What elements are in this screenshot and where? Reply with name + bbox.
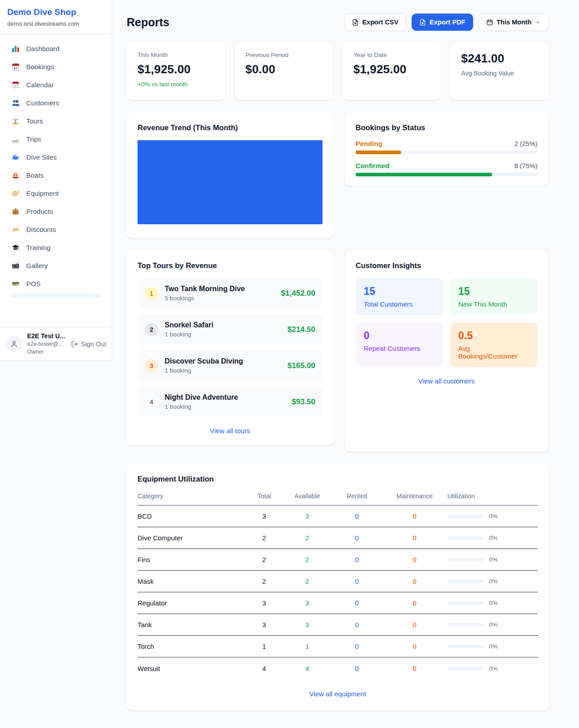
equipment-maintenance: 0 bbox=[382, 556, 447, 563]
tour-revenue: $93.50 bbox=[292, 397, 315, 407]
insight-label: Repeat Customers bbox=[364, 345, 435, 352]
equipment-rented: 0 bbox=[332, 512, 382, 520]
view-all-equipment-link[interactable]: View all equipment bbox=[138, 690, 538, 698]
list-item-tour[interactable]: 4 Night Dive Adventure 1 booking $93.50 bbox=[138, 387, 323, 417]
status-bar-track bbox=[356, 151, 537, 154]
sidebar-item-discounts[interactable]: Discounts bbox=[5, 220, 106, 238]
view-all-customers-link[interactable]: View all customers bbox=[356, 377, 537, 385]
period-dropdown[interactable]: This Month bbox=[479, 14, 549, 31]
equipment-rented: 0 bbox=[332, 621, 382, 629]
insight-grid: 15 Total Customers 15 New This Month 0 R… bbox=[356, 278, 537, 367]
view-all-tours-link[interactable]: View all tours bbox=[138, 427, 323, 435]
list-item-tour[interactable]: 2 Snorkel Safari 1 booking $214.50 bbox=[138, 314, 323, 345]
stat-card-this-month: This Month $1,925.00 +0% vs last month bbox=[127, 43, 225, 100]
insight-tile: 15 Total Customers bbox=[356, 278, 443, 315]
equipment-available: 2 bbox=[282, 556, 332, 563]
sidebar: Demo Dive Shop demo.test.divestreams.com… bbox=[0, 0, 112, 361]
equipment-available: 2 bbox=[282, 534, 332, 542]
rank-badge: 4 bbox=[145, 395, 158, 409]
list-item-tour[interactable]: 1 Two Tank Morning Dive 5 bookings $1,45… bbox=[138, 278, 323, 308]
sidebar-item-pos[interactable]: POS bbox=[5, 274, 106, 293]
sidebar-item-tours[interactable]: Tours bbox=[5, 112, 106, 130]
sidebar-item-products[interactable]: Products bbox=[5, 202, 106, 220]
sidebar-item-label: Products bbox=[26, 208, 53, 215]
insight-label: Avg Bookings/Customer bbox=[458, 345, 529, 360]
package-icon bbox=[11, 207, 20, 216]
equipment-total: 3 bbox=[246, 599, 282, 607]
table-row: BCD 3 3 0 0 0% bbox=[138, 506, 538, 527]
card-title: Revenue Trend (This Month) bbox=[138, 123, 323, 132]
tour-bookings: 1 booking bbox=[165, 367, 281, 374]
column-header-rented: Rented bbox=[332, 492, 382, 500]
sidebar-item-reports-partial[interactable] bbox=[11, 293, 101, 298]
table-header: Category Total Available Rented Maintena… bbox=[138, 492, 538, 506]
utilization-percent: 0% bbox=[489, 621, 498, 628]
sidebar-item-equipment[interactable]: Equipment bbox=[5, 184, 106, 202]
stat-card-year-to-date: Year to Date $1,925.00 bbox=[342, 43, 441, 100]
calendar-page-icon bbox=[11, 80, 20, 89]
tour-name: Two Tank Morning Dive bbox=[165, 285, 275, 293]
sidebar-item-dive-sites[interactable]: Dive Sites bbox=[5, 148, 106, 166]
chevron-down-icon bbox=[535, 19, 541, 25]
utilization-percent: 0% bbox=[489, 534, 498, 541]
rank-badge: 3 bbox=[145, 359, 158, 373]
insight-value: 15 bbox=[364, 285, 435, 298]
column-header-available: Available bbox=[282, 492, 332, 500]
insight-value: 0 bbox=[364, 330, 435, 342]
equipment-rented: 0 bbox=[332, 577, 382, 585]
shop-name: Demo Dive Shop bbox=[7, 7, 104, 17]
utilization-bar-track bbox=[447, 667, 484, 670]
page-title: Reports bbox=[127, 16, 169, 29]
tour-name: Night Dive Adventure bbox=[165, 393, 285, 402]
column-header-category: Category bbox=[138, 492, 246, 500]
card-title: Customer Insights bbox=[356, 261, 537, 270]
equipment-category: Wetsuit bbox=[138, 665, 246, 672]
status-bar-track bbox=[356, 173, 537, 176]
sidebar-item-label: Calendar bbox=[26, 81, 54, 89]
sidebar-item-gallery[interactable]: Gallery bbox=[5, 256, 106, 274]
table-row: Torch 1 1 0 0 0% bbox=[138, 636, 538, 657]
stat-delta: +0% vs last month bbox=[138, 81, 214, 88]
user-email: e2e-tester@... bbox=[27, 340, 65, 348]
utilization-percent: 0% bbox=[489, 556, 498, 563]
person-icon bbox=[10, 340, 18, 348]
table-row: Fins 2 2 0 0 0% bbox=[138, 549, 538, 571]
tour-name: Snorkel Safari bbox=[165, 321, 281, 329]
export-pdf-button[interactable]: Export PDF bbox=[412, 14, 473, 31]
stat-label: Year to Date bbox=[353, 52, 430, 58]
list-item-tour[interactable]: 3 Discover Scuba Diving 1 booking $165.0… bbox=[138, 350, 323, 381]
equipment-available: 4 bbox=[282, 665, 332, 672]
sidebar-item-dashboard[interactable]: Dashboard bbox=[5, 39, 106, 57]
sidebar-item-boats[interactable]: Boats bbox=[5, 166, 106, 184]
file-download-icon bbox=[352, 19, 359, 26]
tours-list: 1 Two Tank Morning Dive 5 bookings $1,45… bbox=[138, 278, 323, 417]
sidebar-item-label: POS bbox=[26, 280, 41, 288]
equipment-total: 3 bbox=[246, 621, 282, 629]
tour-bookings: 1 booking bbox=[165, 331, 281, 338]
diving-mask-icon bbox=[11, 189, 20, 198]
equipment-maintenance: 0 bbox=[382, 577, 447, 585]
equipment-available: 2 bbox=[282, 577, 332, 585]
export-csv-button[interactable]: Export CSV bbox=[344, 14, 406, 31]
stat-value: $0.00 bbox=[246, 62, 323, 76]
rank-badge: 2 bbox=[145, 323, 158, 336]
equipment-rented: 0 bbox=[332, 599, 382, 607]
status-row: Pending 2 (25%) bbox=[356, 140, 537, 154]
sidebar-item-training[interactable]: Training bbox=[5, 238, 106, 256]
utilization-percent: 0% bbox=[489, 513, 498, 520]
sidebar-item-bookings[interactable]: 17 Bookings bbox=[5, 57, 106, 76]
equipment-category: Mask bbox=[138, 577, 246, 585]
card-title: Top Tours by Revenue bbox=[138, 261, 323, 270]
card-title: Bookings by Status bbox=[356, 123, 537, 132]
sign-out-button[interactable]: Sign Out bbox=[71, 340, 106, 348]
equipment-category: Fins bbox=[138, 556, 246, 563]
sidebar-item-customers[interactable]: Customers bbox=[5, 94, 106, 112]
sidebar-item-label: Gallery bbox=[26, 262, 48, 269]
equipment-total: 2 bbox=[246, 556, 282, 563]
status-row: Confirmed 6 (75%) bbox=[356, 162, 537, 176]
sidebar-item-label: Trips bbox=[26, 135, 41, 143]
equipment-total: 3 bbox=[246, 512, 282, 520]
sidebar-item-calendar[interactable]: Calendar bbox=[5, 76, 106, 94]
sidebar-item-trips[interactable]: Trips bbox=[5, 130, 106, 148]
sidebar-item-label: Training bbox=[26, 244, 51, 251]
